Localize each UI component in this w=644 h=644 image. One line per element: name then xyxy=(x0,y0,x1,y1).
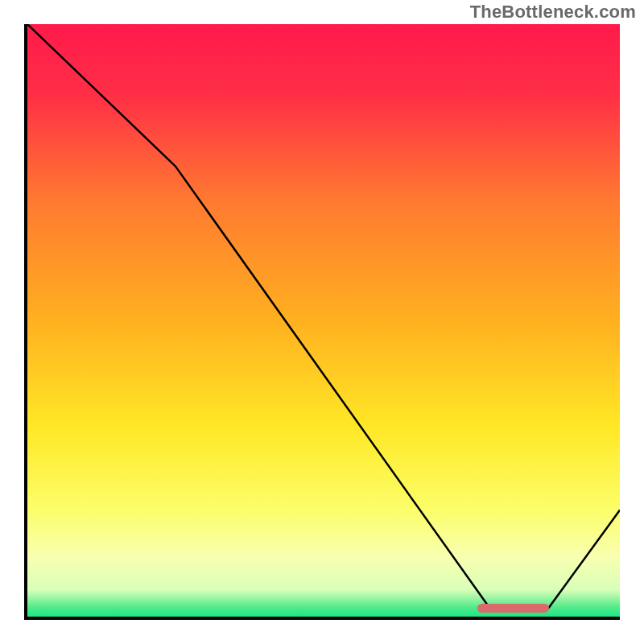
optimal-range-marker xyxy=(477,604,548,613)
bottleneck-curve xyxy=(27,24,620,617)
watermark-text: TheBottleneck.com xyxy=(470,2,636,23)
chart-container: TheBottleneck.com xyxy=(0,0,644,644)
plot-area xyxy=(24,24,620,620)
